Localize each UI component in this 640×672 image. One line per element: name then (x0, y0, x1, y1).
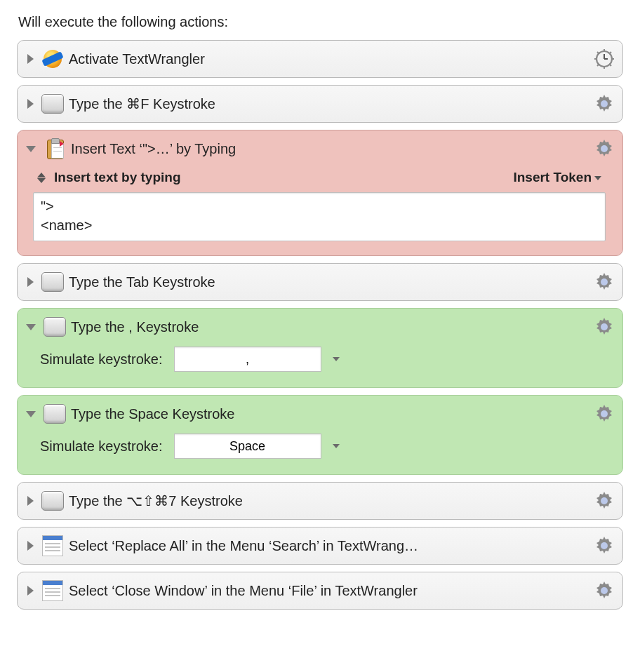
action-row[interactable]: Insert Text ‘">…’ by Typing Insert text … (17, 130, 623, 256)
simulate-keystroke-label: Simulate keystroke: (40, 438, 163, 455)
keystroke-field[interactable] (174, 434, 321, 459)
disclosure-triangle-icon[interactable] (27, 54, 34, 64)
stepper-icon[interactable] (37, 173, 47, 183)
disclosure-triangle-icon[interactable] (26, 411, 36, 417)
insert-text-body: Insert text by typing Insert Token "> <n… (23, 161, 615, 250)
gear-icon[interactable] (594, 94, 614, 114)
insert-text-field[interactable]: "> <name> (33, 192, 606, 241)
gear-icon[interactable] (594, 317, 614, 337)
chevron-down-icon[interactable] (333, 444, 340, 448)
app-icon (41, 48, 65, 69)
menu-icon (41, 535, 65, 556)
clipboard-icon (43, 138, 67, 159)
gear-icon[interactable] (594, 536, 614, 556)
action-title: Insert Text ‘">…’ by Typing (71, 141, 590, 157)
action-title: Activate TextWrangler (69, 51, 590, 67)
action-row[interactable]: Activate TextWrangler (17, 40, 623, 78)
action-row[interactable]: Select ‘Replace All’ in the Menu ‘Search… (17, 527, 623, 565)
svg-point-19 (601, 587, 608, 594)
chevron-down-icon (594, 176, 601, 180)
svg-point-12 (601, 100, 608, 107)
action-title: Type the ⌘F Keystroke (69, 95, 590, 112)
action-title: Select ‘Replace All’ in the Menu ‘Search… (69, 538, 590, 554)
action-row[interactable]: Type the ⌥⇧⌘7 Keystroke (17, 482, 623, 520)
keystroke-field[interactable] (174, 347, 321, 372)
action-row[interactable]: Type the , Keystroke Simulate keystroke: (17, 308, 623, 388)
svg-point-15 (601, 323, 608, 330)
gear-icon[interactable] (594, 491, 614, 511)
keyboard-key-icon (41, 271, 65, 293)
disclosure-triangle-icon[interactable] (26, 146, 36, 152)
section-heading: Will execute the following actions: (18, 14, 623, 30)
svg-point-13 (601, 145, 608, 152)
insert-mode-label[interactable]: Insert text by typing (54, 170, 181, 185)
disclosure-triangle-icon[interactable] (27, 496, 34, 506)
action-row[interactable]: Type the Space Keystroke Simulate keystr… (17, 395, 623, 475)
svg-line-8 (597, 64, 599, 66)
gear-icon[interactable] (594, 581, 614, 600)
svg-line-7 (609, 52, 611, 54)
keyboard-key-icon (43, 403, 67, 424)
action-list: Activate TextWrangler (17, 40, 623, 610)
keyboard-key-icon (43, 316, 67, 337)
action-title: Type the Tab Keystroke (69, 274, 590, 290)
svg-point-16 (601, 410, 608, 417)
svg-point-14 (601, 278, 608, 285)
svg-line-5 (597, 52, 599, 54)
svg-point-17 (601, 497, 608, 504)
action-row[interactable]: Select ‘Close Window’ in the Menu ‘File’… (17, 572, 623, 610)
disclosure-triangle-icon[interactable] (27, 277, 34, 287)
gear-icon[interactable] (594, 139, 614, 159)
action-title: Type the ⌥⇧⌘7 Keystroke (69, 492, 590, 509)
timed-gear-icon[interactable] (594, 49, 614, 69)
svg-point-18 (601, 542, 608, 549)
svg-line-6 (609, 64, 611, 66)
simulate-keystroke-label: Simulate keystroke: (40, 351, 163, 368)
keyboard-key-icon (41, 490, 65, 511)
menu-icon (41, 580, 65, 601)
action-title: Type the , Keystroke (71, 319, 590, 335)
disclosure-triangle-icon[interactable] (27, 586, 34, 596)
disclosure-triangle-icon[interactable] (27, 541, 34, 551)
disclosure-triangle-icon[interactable] (26, 324, 36, 330)
insert-token-button[interactable]: Insert Token (513, 170, 601, 185)
action-row[interactable]: Type the Tab Keystroke (17, 263, 623, 301)
gear-icon[interactable] (594, 272, 614, 292)
keyboard-key-icon (41, 93, 65, 114)
action-row[interactable]: Type the ⌘F Keystroke (17, 85, 623, 123)
gear-icon[interactable] (594, 404, 614, 424)
disclosure-triangle-icon[interactable] (27, 99, 34, 109)
chevron-down-icon[interactable] (333, 357, 340, 361)
action-title: Type the Space Keystroke (71, 406, 590, 422)
action-title: Select ‘Close Window’ in the Menu ‘File’… (69, 583, 590, 599)
